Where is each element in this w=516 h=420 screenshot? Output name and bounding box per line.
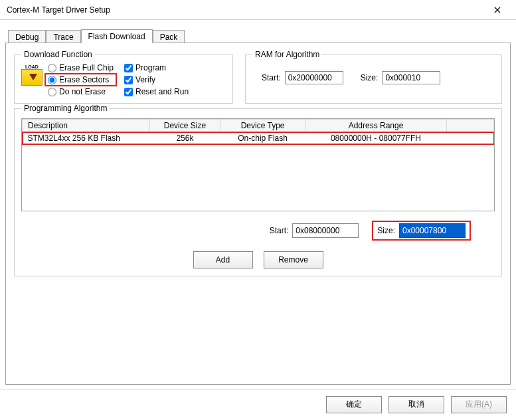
algo-size-label: Size: <box>377 226 395 235</box>
tab-debug[interactable]: Debug <box>8 30 46 43</box>
table-row[interactable]: STM32L4xx 256 KB Flash 256k On-chip Flas… <box>23 132 494 145</box>
radio-do-not-erase-input[interactable] <box>48 88 56 96</box>
tab-pack-label: Pack <box>160 33 178 42</box>
ok-button[interactable]: 确定 <box>326 396 382 413</box>
table-header-row: Description Device Size Device Type Addr… <box>23 120 494 132</box>
remove-button-label: Remove <box>278 255 308 264</box>
apply-button-label: 应用(A) <box>466 399 492 409</box>
radio-do-not-erase[interactable]: Do not Erase <box>48 87 114 96</box>
algo-size-input[interactable] <box>399 223 466 238</box>
cell-device-size: 256k <box>149 132 220 145</box>
add-button[interactable]: Add <box>193 251 253 268</box>
radio-erase-full-chip-label: Erase Full Chip <box>59 63 114 72</box>
apply-button[interactable]: 应用(A) <box>451 396 507 413</box>
col-spacer <box>446 120 493 132</box>
algo-start-input[interactable] <box>292 223 359 238</box>
cell-description: STM32L4xx 256 KB Flash <box>23 132 150 145</box>
ram-size-label: Size: <box>361 73 379 82</box>
col-description[interactable]: Description <box>23 120 150 132</box>
dialog-client: Debug Trace Flash Download Pack Download… <box>0 20 516 389</box>
cell-device-type: On-chip Flash <box>220 132 305 145</box>
title-bar: Cortex-M Target Driver Setup <box>0 0 516 20</box>
ram-size-input[interactable] <box>382 71 440 84</box>
algo-size-group: Size: <box>372 221 471 241</box>
checkbox-program-label: Program <box>135 63 166 72</box>
close-button[interactable] <box>484 1 511 19</box>
ram-start-input[interactable] <box>285 71 343 84</box>
cell-address-range: 08000000H - 080077FFH <box>305 132 446 145</box>
tab-trace[interactable]: Trace <box>46 30 80 43</box>
checkbox-program[interactable]: Program <box>124 63 189 72</box>
download-function-legend: Download Function <box>21 50 95 59</box>
radio-erase-full-chip[interactable]: Erase Full Chip <box>48 63 114 72</box>
tab-flash-download-label: Flash Download <box>88 32 145 41</box>
tab-trace-label: Trace <box>53 33 73 42</box>
load-icon <box>21 64 43 86</box>
col-address-range[interactable]: Address Range <box>305 120 446 132</box>
checkbox-reset-and-run-label: Reset and Run <box>135 87 189 96</box>
radio-erase-sectors[interactable]: Erase Sectors <box>44 73 117 86</box>
ok-button-label: 确定 <box>346 399 362 409</box>
tab-pane: Download Function Erase Full Chip Erase … <box>5 43 511 385</box>
algorithm-table[interactable]: Description Device Size Device Type Addr… <box>22 119 494 144</box>
window-title: Cortex-M Target Driver Setup <box>7 5 484 15</box>
algorithm-table-wrap: Description Device Size Device Type Addr… <box>21 118 495 211</box>
algo-start-label: Start: <box>270 226 289 235</box>
ram-for-algorithm-legend: RAM for Algorithm <box>252 50 322 59</box>
checkbox-verify[interactable]: Verify <box>124 75 189 84</box>
checkbox-program-input[interactable] <box>124 64 133 72</box>
checkbox-verify-input[interactable] <box>124 76 133 84</box>
col-device-type[interactable]: Device Type <box>220 120 305 132</box>
tab-pack[interactable]: Pack <box>153 30 185 43</box>
radio-erase-full-chip-input[interactable] <box>48 64 56 72</box>
groupbox-ram-for-algorithm: RAM for Algorithm Start: Size: <box>245 50 502 104</box>
checkbox-reset-and-run-input[interactable] <box>124 88 133 96</box>
ram-start-label: Start: <box>262 73 281 82</box>
radio-do-not-erase-label: Do not Erase <box>59 87 106 96</box>
cell-spacer <box>446 132 493 145</box>
dialog-button-bar: 确定 取消 应用(A) <box>0 389 516 419</box>
groupbox-download-function: Download Function Erase Full Chip Erase … <box>14 50 233 104</box>
cancel-button-label: 取消 <box>408 399 424 409</box>
add-button-label: Add <box>216 255 230 264</box>
remove-button[interactable]: Remove <box>264 251 323 268</box>
tab-debug-label: Debug <box>15 33 39 42</box>
tab-strip: Debug Trace Flash Download Pack <box>5 27 511 43</box>
radio-erase-sectors-input[interactable] <box>48 76 56 84</box>
programming-algorithm-legend: Programming Algorithm <box>21 104 110 113</box>
radio-erase-sectors-label: Erase Sectors <box>59 75 109 84</box>
cancel-button[interactable]: 取消 <box>388 396 444 413</box>
col-device-size[interactable]: Device Size <box>149 120 220 132</box>
tab-flash-download[interactable]: Flash Download <box>81 29 153 43</box>
checkbox-reset-and-run[interactable]: Reset and Run <box>124 87 189 96</box>
groupbox-programming-algorithm: Programming Algorithm Description Device… <box>14 104 502 276</box>
checkbox-verify-label: Verify <box>135 75 155 84</box>
close-icon <box>494 7 501 13</box>
